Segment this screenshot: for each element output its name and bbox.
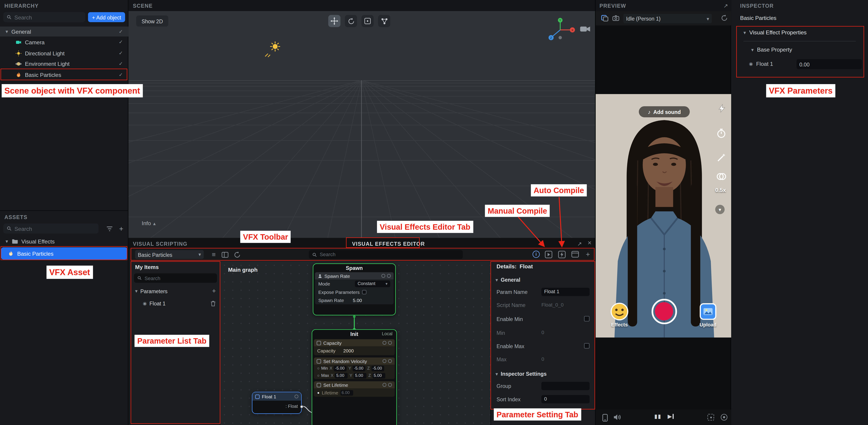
move-tool-button[interactable] <box>328 15 340 27</box>
close-icon[interactable]: × <box>586 239 593 247</box>
mode-dropdown[interactable]: Constant ▾ <box>355 280 390 287</box>
add-node-button[interactable]: + <box>584 250 592 258</box>
scale-tool-button[interactable] <box>362 15 374 27</box>
block-option-icon[interactable] <box>382 341 386 345</box>
enable-max-checkbox[interactable] <box>584 343 589 349</box>
flash-icon[interactable] <box>716 104 727 113</box>
device-icon[interactable] <box>602 414 608 422</box>
parameter-row-float1[interactable]: ◉ Float 1 <box>131 299 220 308</box>
max-y-value[interactable]: 5.00 <box>354 373 367 378</box>
list-view-icon[interactable]: ≡ <box>209 250 218 259</box>
preview-mode-icon[interactable] <box>601 15 608 22</box>
asset-item-basic-particles[interactable]: Basic Particles <box>1 247 127 260</box>
capacity-block[interactable]: Capacity Capacity 2000 <box>314 339 395 355</box>
info-toggle[interactable]: Info ▴ <box>142 220 156 226</box>
assets-folder-visual-effects[interactable]: ▾ Visual Effects <box>0 236 128 246</box>
hierarchy-item-general[interactable]: ▾ General ✓ <box>0 27 128 36</box>
pop-out-icon[interactable]: ↗ <box>722 2 730 9</box>
input-port-icon[interactable]: ○ <box>317 373 319 377</box>
spawn-rate-value[interactable]: 5.00 <box>353 297 362 303</box>
inspector-settings-header[interactable]: ▾ Inspector Settings <box>491 370 595 378</box>
pause-button[interactable]: ▮▮ <box>654 413 661 419</box>
max-x-value[interactable]: 5.00 <box>335 373 348 378</box>
spawn-node[interactable]: Spawn Spawn Rate Mode Constant ▾ <box>313 263 396 315</box>
block-option-icon[interactable] <box>382 359 386 363</box>
hierarchy-search[interactable] <box>3 12 85 22</box>
block-option-icon[interactable] <box>388 341 392 345</box>
block-option-icon[interactable] <box>294 394 298 398</box>
add-parameter-button[interactable]: + <box>212 287 216 295</box>
add-sound-button[interactable]: ♪ Add sound <box>639 106 690 117</box>
timer-icon[interactable] <box>716 128 726 138</box>
expose-checkbox[interactable] <box>362 290 366 294</box>
visibility-check-icon[interactable]: ✓ <box>119 29 123 34</box>
general-section-header[interactable]: ▾ General <box>491 275 595 284</box>
graph-tool-button[interactable] <box>378 15 390 27</box>
init-node[interactable]: Init Local Capacity Capacity 2000 <box>312 329 397 425</box>
info-icon[interactable]: i <box>533 251 540 258</box>
manual-compile-icon[interactable] <box>545 251 553 258</box>
input-port-icon[interactable]: ○ <box>317 366 319 370</box>
visibility-check-icon[interactable]: ✓ <box>119 51 123 56</box>
speaker-icon[interactable] <box>613 414 621 421</box>
hierarchy-search-input[interactable] <box>14 14 82 20</box>
param-name-field[interactable] <box>544 289 587 294</box>
filters-icon[interactable] <box>716 173 726 181</box>
block-option-icon[interactable] <box>387 274 391 278</box>
filter-icon[interactable] <box>106 226 113 232</box>
visibility-check-icon[interactable]: ✓ <box>119 39 123 45</box>
chevron-down-icon[interactable]: ▾ <box>5 238 8 244</box>
trash-icon[interactable] <box>210 300 216 306</box>
hierarchy-item-directional-light[interactable]: Directional Light ✓ <box>0 48 128 58</box>
record-button[interactable] <box>652 299 677 324</box>
block-option-icon[interactable] <box>382 383 386 387</box>
vfx-search[interactable] <box>309 250 463 259</box>
effects-button[interactable] <box>610 302 629 321</box>
beautify-wand-icon[interactable] <box>716 153 726 163</box>
chevron-down-icon[interactable]: ▾ <box>5 29 8 34</box>
assets-search-input[interactable] <box>14 225 95 231</box>
set-lifetime-block[interactable]: Set Lifetime ● Lifetime 6.00 <box>314 381 395 397</box>
enable-min-checkbox[interactable] <box>584 316 589 322</box>
hierarchy-item-basic-particles[interactable]: Basic Particles ✓ <box>0 70 128 79</box>
sort-index-field[interactable] <box>544 396 587 402</box>
parameters-group-row[interactable]: ▾ Parameters + <box>131 287 220 295</box>
auto-compile-icon[interactable] <box>558 251 566 258</box>
min-x-value[interactable]: -5.00 <box>334 365 347 371</box>
assets-search[interactable] <box>3 224 99 233</box>
hierarchy-item-camera[interactable]: Camera ✓ <box>0 37 128 47</box>
pop-out-icon[interactable]: ↗ <box>576 240 584 247</box>
scene-viewport[interactable]: Show 2D <box>128 11 595 238</box>
lifetime-value[interactable]: 6.00 <box>340 390 353 395</box>
refresh-icon[interactable] <box>234 251 241 258</box>
float1-value-field[interactable] <box>799 61 859 67</box>
panel-layout-icon[interactable] <box>221 252 229 258</box>
vfx-search-input[interactable] <box>320 252 460 257</box>
min-y-value[interactable]: -5.00 <box>353 365 366 371</box>
refresh-icon[interactable] <box>721 14 728 22</box>
add-asset-button[interactable]: + <box>117 224 125 233</box>
my-items-search-input[interactable] <box>145 275 214 281</box>
collapse-tools-button[interactable]: ▾ <box>715 205 724 214</box>
min-z-value[interactable]: -5.00 <box>371 365 384 371</box>
upload-button[interactable] <box>700 303 716 320</box>
visual-effect-properties-header[interactable]: ▾ Visual Effect Properties <box>743 29 806 35</box>
capacity-value[interactable]: 2000 <box>343 348 354 354</box>
show-2d-button[interactable]: Show 2D <box>136 15 168 27</box>
param-name-input[interactable] <box>541 288 590 296</box>
set-random-velocity-block[interactable]: Set Random Velocity ○ Min X-5.00 Y-5.00 … <box>314 357 395 379</box>
step-forward-button[interactable]: ▶ <box>668 413 674 419</box>
camera-icon[interactable] <box>612 15 619 21</box>
visibility-check-icon[interactable]: ✓ <box>119 61 123 66</box>
group-field[interactable] <box>544 383 587 388</box>
my-items-search[interactable] <box>134 273 217 283</box>
block-option-icon[interactable] <box>388 359 392 363</box>
float1-node[interactable]: Float 1 : Float <box>252 392 302 414</box>
sort-index-input[interactable] <box>541 395 590 403</box>
add-object-button[interactable]: + Add object <box>88 12 125 22</box>
connected-port-icon[interactable]: ● <box>317 391 319 394</box>
panel-toggle-icon[interactable] <box>571 251 579 258</box>
tab-visual-scripting[interactable]: VISUAL SCRIPTING <box>133 241 187 247</box>
hierarchy-item-environment-light[interactable]: Environment Light ✓ <box>0 59 128 68</box>
speed-toggle[interactable]: 0.5x <box>715 187 726 193</box>
